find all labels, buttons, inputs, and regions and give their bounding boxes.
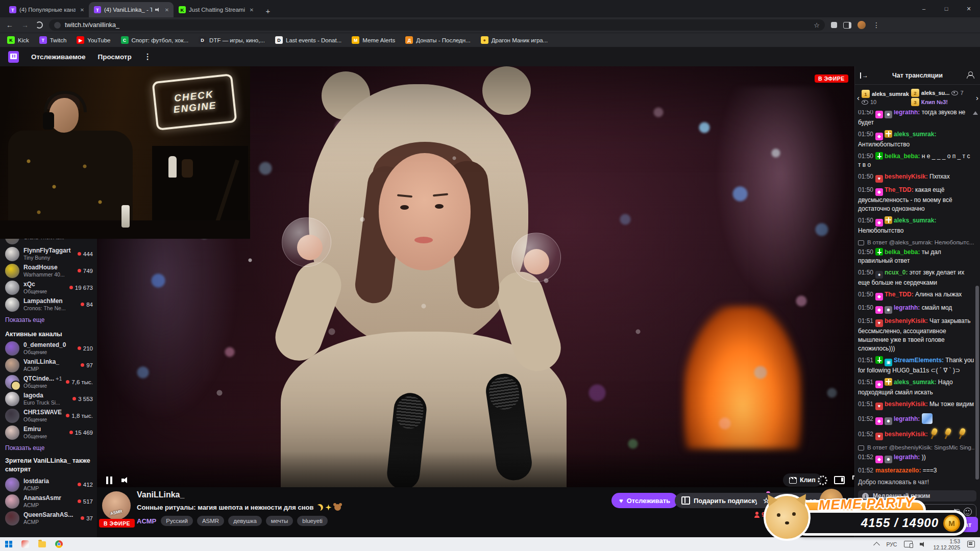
stream-tag[interactable]: мечты	[266, 516, 293, 526]
message-username[interactable]: The_TDD:	[885, 291, 914, 298]
browser-tab[interactable]: T(4) VaniLLinka_ - Twitch✕	[89, 2, 174, 17]
tray-expand-icon[interactable]	[874, 542, 880, 548]
start-button-icon[interactable]	[5, 541, 12, 548]
stream-tag[interactable]: девушка	[228, 516, 262, 526]
emote-picker-icon[interactable]	[964, 508, 972, 516]
bookmark-item[interactable]: ДДонаты - Последн...	[405, 36, 470, 44]
bookmark-item[interactable]: DLast events - Donat...	[275, 36, 341, 44]
collapse-chat-icon[interactable]: →	[860, 72, 868, 79]
sidebar-channel-row[interactable]: lagodaEuro Truck Si...3 553	[0, 390, 97, 407]
chat-scrollbar[interactable]	[975, 286, 979, 480]
nav-browse[interactable]: Просмотр	[98, 53, 132, 61]
category-link[interactable]: ACMP	[137, 517, 156, 525]
stream-tag[interactable]: Русский	[161, 516, 193, 526]
message-username[interactable]: besheniyKisik:	[885, 400, 928, 408]
sidebar-channel-row[interactable]: QTCinde... +1Общение7,6 тыс.	[0, 373, 97, 390]
channel-name: lostdaria	[23, 478, 74, 485]
stream-tag[interactable]: blueyeti	[297, 516, 328, 526]
message-username[interactable]: legrathh:	[894, 110, 920, 116]
maximize-button[interactable]: □	[935, 0, 958, 17]
tab-close-icon[interactable]: ✕	[79, 7, 86, 13]
url-bar[interactable]: twitch.tv/vanillinka_ ☆	[49, 19, 825, 31]
bookmark-item[interactable]: MMeme Alerts	[352, 36, 395, 44]
carousel-left-icon[interactable]: ‹	[857, 93, 860, 102]
message-username[interactable]: aleks_sumrak:	[894, 379, 936, 386]
nav-following[interactable]: Отслеживаемое	[31, 53, 86, 61]
message-username[interactable]: ncux_0:	[885, 269, 908, 276]
sidebar-channel-row[interactable]: RoadHouseWarhammer 40...749	[0, 262, 97, 279]
minimize-button[interactable]: –	[913, 0, 935, 17]
browser-tab[interactable]: KJust Chatting Streaming - Live S✕	[174, 2, 258, 17]
player-settings-icon[interactable]	[818, 475, 827, 485]
forward-icon[interactable]: →	[20, 21, 30, 29]
bookmark-item[interactable]: ССпорт: футбол, хок...	[121, 36, 189, 44]
display-icon[interactable]	[904, 541, 913, 547]
sidebar-channel-row[interactable]: FlynnFlyTaggartTiny Bunny444	[0, 245, 97, 262]
nav-more-icon[interactable]: ⋮	[144, 52, 152, 61]
twitch-logo-icon[interactable]	[8, 51, 19, 63]
sidebar-channel-row[interactable]: lostdariaACMP412	[0, 476, 97, 493]
browser-tab[interactable]: T(4) Популярные каналы - Twitc✕	[4, 2, 89, 17]
theater-mode-icon[interactable]	[834, 476, 845, 484]
clip-button[interactable]: Клип	[783, 473, 822, 487]
bookmark-item[interactable]: TTwitch	[39, 36, 67, 44]
bookmark-item[interactable]: ▶YouTube	[77, 36, 110, 44]
clip-card[interactable]: 1aleks_sumrak 10	[862, 90, 909, 105]
sidebar-channel-row[interactable]: VaniLLinka_ACMP97	[0, 357, 97, 373]
pip-stream[interactable]: CHECK ENGINE	[0, 66, 250, 239]
taskbar-clock[interactable]: 1:53 12.12.2025	[933, 538, 960, 550]
close-button[interactable]: ✕	[958, 0, 980, 17]
browser-menu-icon[interactable]: ⋮	[872, 21, 881, 29]
chat-users-icon[interactable]	[967, 71, 975, 79]
show-more-link[interactable]: Показать еще	[5, 316, 97, 323]
sidebar-channel-row[interactable]: LampachMenCronos: The Ne...84	[0, 296, 97, 313]
message-username[interactable]: legrathh:	[894, 304, 920, 311]
sidebar-channel-row[interactable]: CHR1SWAVEОбщение1,8 тыс.	[0, 407, 97, 424]
bookmark-item[interactable]: ●Драгон Маник игра...	[481, 36, 548, 44]
file-explorer-icon[interactable]	[38, 541, 46, 547]
browser-profile-avatar[interactable]	[857, 21, 866, 29]
carousel-right-icon[interactable]: ›	[976, 93, 978, 102]
tab-close-icon[interactable]: ✕	[163, 7, 170, 13]
sidebar-channel-row[interactable]: xQcОбщение19 673	[0, 279, 97, 296]
message-username[interactable]: legrathh:	[894, 415, 920, 422]
notification-center-icon[interactable]	[967, 541, 975, 547]
site-info-icon[interactable]	[54, 22, 61, 29]
taskbar-app-icon[interactable]	[21, 540, 29, 548]
pause-button[interactable]	[106, 477, 113, 484]
message-username[interactable]: besheniyKisik:	[885, 431, 928, 438]
sidebar-channel-row[interactable]: EmiruОбщение15 469	[0, 424, 97, 441]
message-username[interactable]: aleks_sumrak:	[894, 131, 936, 138]
new-tab-button[interactable]: +	[261, 4, 275, 17]
language-indicator[interactable]: РУС	[886, 541, 897, 547]
back-icon[interactable]: ←	[5, 21, 14, 29]
volume-icon[interactable]	[121, 477, 130, 484]
channel-avatar[interactable]: ASMR	[102, 491, 131, 520]
side-panel-icon[interactable]	[843, 22, 851, 29]
message-username[interactable]: besheniyKisik:	[885, 173, 928, 180]
message-username[interactable]: masterazazello:	[875, 467, 921, 474]
speaker-icon[interactable]	[920, 542, 926, 547]
message-username[interactable]: aleks_sumrak:	[894, 217, 936, 224]
bookmark-star-icon[interactable]: ☆	[814, 21, 820, 29]
stream-tag[interactable]: ASMR	[197, 516, 224, 526]
message-username[interactable]: StreamElements:	[894, 357, 944, 364]
clip-card[interactable]: 2aleks_su...7 3Клип №3!	[911, 89, 964, 106]
sidebar-channel-row[interactable]: 0_demented_0Общение210	[0, 340, 97, 357]
extensions-icon[interactable]	[831, 22, 837, 28]
message-username[interactable]: legrathh:	[894, 454, 920, 461]
bookmark-item[interactable]: KKick	[7, 36, 29, 44]
bookmark-item[interactable]: DDTF — игры, кино,...	[199, 36, 265, 44]
chrome-icon[interactable]	[55, 540, 63, 548]
message-username[interactable]: belka_beba:	[885, 153, 920, 160]
channel-name[interactable]: VaniLLinka_	[137, 490, 184, 499]
sidebar-channel-row[interactable]: QueenSarahAS...ACMP37	[0, 510, 97, 527]
message-username[interactable]: belka_beba:	[885, 248, 920, 256]
message-username[interactable]: The_TDD:	[885, 186, 914, 193]
follow-button[interactable]: ♥Отслеживать	[611, 493, 678, 508]
reload-icon[interactable]	[36, 21, 43, 29]
message-username[interactable]: besheniyKisik:	[885, 317, 928, 324]
sidebar-channel-row[interactable]: AnanasAsmrACMP517	[0, 493, 97, 510]
tab-close-icon[interactable]: ✕	[248, 7, 255, 13]
show-more-link[interactable]: Показать еще	[5, 444, 97, 452]
